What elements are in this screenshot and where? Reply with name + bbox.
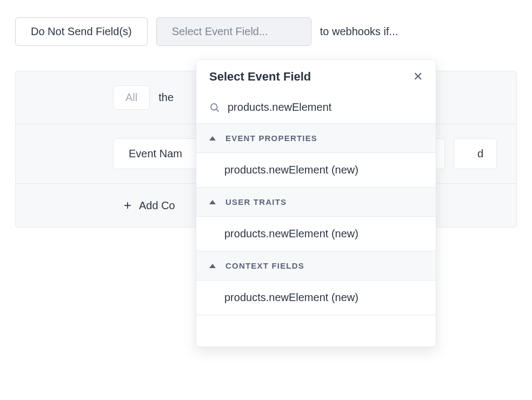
svg-point-0	[211, 103, 217, 110]
match-all-button[interactable]: All	[113, 85, 150, 110]
add-condition-label: Add Co	[139, 199, 175, 212]
popover-header: Select Event Field ✕	[196, 60, 436, 94]
popover-title: Select Event Field	[209, 70, 311, 84]
option-user-traits[interactable]: products.newElement (new)	[196, 217, 436, 251]
search-row	[196, 94, 436, 124]
select-event-field-popover: Select Event Field ✕ Event Properties pr…	[196, 59, 436, 347]
section-event-properties[interactable]: Event Properties	[196, 124, 436, 153]
section-label: Context Fields	[225, 261, 304, 270]
close-button[interactable]: ✕	[413, 71, 423, 83]
option-context-fields[interactable]: products.newElement (new)	[196, 281, 436, 315]
rule-builder-row: Do Not Send Field(s) Select Event Field.…	[0, 0, 532, 46]
svg-line-1	[216, 109, 218, 111]
condition-right-field[interactable]: d	[454, 138, 497, 169]
option-event-properties[interactable]: products.newElement (new)	[196, 153, 436, 188]
section-user-traits[interactable]: User Traits	[196, 188, 436, 217]
section-label: User Traits	[225, 197, 287, 206]
chevron-up-icon	[209, 200, 216, 204]
popover-spacer	[196, 315, 436, 346]
section-context-fields[interactable]: Context Fields	[196, 251, 436, 281]
search-input[interactable]	[228, 101, 423, 114]
close-icon: ✕	[413, 70, 423, 83]
select-event-field-button[interactable]: Select Event Field...	[156, 17, 311, 46]
search-icon	[209, 102, 220, 113]
do-not-send-button[interactable]: Do Not Send Field(s)	[15, 17, 148, 46]
chevron-up-icon	[209, 264, 216, 268]
section-label: Event Properties	[225, 134, 317, 143]
the-label: the	[158, 91, 174, 104]
trailing-text: to webhooks if...	[320, 25, 398, 38]
chevron-up-icon	[209, 136, 216, 141]
plus-icon: +	[124, 198, 131, 213]
